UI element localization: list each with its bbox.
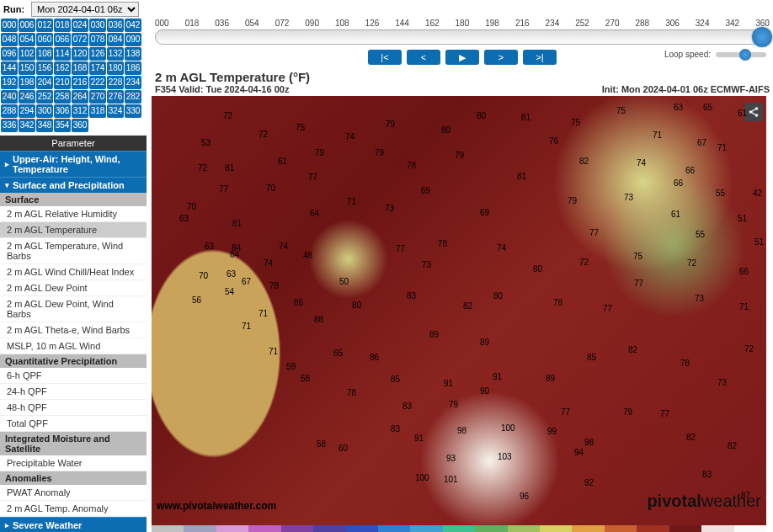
param-mslp[interactable]: MSLP, 10 m AGL Wind [0,338,147,354]
param-dp2m-wb[interactable]: 2 m AGL Dew Point, Wind Barbs [0,296,147,322]
fhour-054[interactable]: 054 [19,33,35,46]
param-rh2m[interactable]: 2 m AGL Relative Humidity [0,206,147,222]
param-pwat-anom[interactable]: PWAT Anomaly [0,485,147,501]
fhour-252[interactable]: 252 [36,90,53,104]
fhour-330[interactable]: 330 [125,104,141,118]
param-qpft[interactable]: Total QPF [0,416,147,432]
fhour-336[interactable]: 336 [1,119,18,132]
fhour-120[interactable]: 120 [72,47,88,61]
fhour-228[interactable]: 228 [107,76,124,89]
fhour-312[interactable]: 312 [72,104,88,118]
colorbar-swatch [281,525,313,532]
fhour-354[interactable]: 354 [54,119,71,132]
param-wc2m[interactable]: 2 m AGL Wind Chill/Heat Index [0,264,147,280]
fhour-144[interactable]: 144 [1,61,18,75]
fhour-138[interactable]: 138 [125,47,141,61]
fhour-270[interactable]: 270 [89,90,106,104]
fhour-150[interactable]: 150 [19,61,35,75]
fhour-078[interactable]: 078 [89,33,106,46]
category-surface-precip[interactable]: ▾ Surface and Precipitation [0,177,147,193]
fhour-156[interactable]: 156 [36,61,53,75]
fhour-264[interactable]: 264 [72,90,88,104]
fhour-360[interactable]: 360 [72,119,88,132]
category-upper-air[interactable]: ▸ Upper-Air: Height, Wind, Temperature [0,151,147,177]
param-dp2m[interactable]: 2 m AGL Dew Point [0,280,147,296]
fhour-258[interactable]: 258 [54,90,71,104]
fhour-162[interactable]: 162 [54,61,71,75]
fhour-036[interactable]: 036 [107,19,124,32]
next-button[interactable]: > [484,50,518,65]
fhour-246[interactable]: 246 [19,90,35,104]
fhour-024[interactable]: 024 [72,19,88,32]
fhour-210[interactable]: 210 [54,76,71,89]
fhour-180[interactable]: 180 [107,61,124,75]
temp-label: 82 [686,433,696,442]
fhour-132[interactable]: 132 [107,47,124,61]
category-severe[interactable]: ▸ Severe Weather [0,517,147,532]
fhour-114[interactable]: 114 [54,47,71,61]
param-qpf6[interactable]: 6-h QPF [0,368,147,384]
param-t2m-anom[interactable]: 2 m AGL Temp. Anomaly [0,501,147,517]
fhour-186[interactable]: 186 [125,61,141,75]
fhour-282[interactable]: 282 [125,90,141,104]
param-t2m-wb[interactable]: 2 m AGL Temperature, Wind Barbs [0,238,147,264]
loop-speed-slider[interactable] [716,52,766,57]
fhour-204[interactable]: 204 [36,76,53,89]
share-icon[interactable] [744,103,763,121]
fhour-096[interactable]: 096 [1,47,18,61]
temp-label: 66 [674,178,683,188]
fhour-000[interactable]: 000 [1,19,18,32]
fhour-198[interactable]: 198 [19,76,35,89]
fhour-324[interactable]: 324 [107,104,124,118]
temp-label: 53 [201,138,211,147]
fhour-090[interactable]: 090 [125,33,141,46]
fhour-060[interactable]: 060 [36,33,53,46]
param-t2m[interactable]: 2 m AGL Temperature [0,222,147,238]
prev-button[interactable]: < [407,50,440,65]
temp-label: 61 [738,109,747,118]
timeline-tick: 324 [696,19,710,28]
fhour-012[interactable]: 012 [36,19,53,32]
fhour-048[interactable]: 048 [1,33,18,46]
timeline-slider[interactable] [155,29,770,45]
last-button[interactable]: >| [523,50,557,65]
param-pwat[interactable]: Precipitable Water [0,455,147,471]
fhour-294[interactable]: 294 [19,104,35,118]
fhour-240[interactable]: 240 [1,90,18,104]
temp-label: 94 [574,448,584,457]
fhour-300[interactable]: 300 [36,104,53,118]
fhour-222[interactable]: 222 [89,76,106,89]
param-qpf24[interactable]: 24-h QPF [0,384,147,400]
fhour-126[interactable]: 126 [89,47,106,61]
fhour-102[interactable]: 102 [19,47,35,61]
temp-label: 93 [446,454,456,463]
fhour-084[interactable]: 084 [107,33,124,46]
fhour-216[interactable]: 216 [72,76,88,89]
fhour-072[interactable]: 072 [72,33,88,46]
fhour-306[interactable]: 306 [54,104,71,118]
fhour-276[interactable]: 276 [107,90,124,104]
fhour-348[interactable]: 348 [36,119,53,132]
fhour-042[interactable]: 042 [125,19,141,32]
fhour-006[interactable]: 006 [19,19,35,32]
temp-label: 74 [497,243,506,253]
run-select[interactable]: Mon 2024-04-01 06z [31,2,139,17]
fhour-192[interactable]: 192 [1,76,18,89]
timeline-tick: 018 [185,19,200,28]
fhour-288[interactable]: 288 [1,104,18,118]
fhour-168[interactable]: 168 [72,61,88,75]
fhour-318[interactable]: 318 [89,104,106,118]
fhour-108[interactable]: 108 [36,47,53,61]
loop-speed-thumb[interactable] [739,49,751,61]
fhour-066[interactable]: 066 [54,33,71,46]
fhour-030[interactable]: 030 [89,19,106,32]
fhour-234[interactable]: 234 [125,76,141,89]
param-te2m[interactable]: 2 m AGL Theta-e, Wind Barbs [0,322,147,338]
timeline-thumb[interactable] [752,27,772,47]
fhour-018[interactable]: 018 [54,19,71,32]
first-button[interactable]: |< [368,50,402,65]
play-button[interactable]: ▶ [445,50,479,65]
param-qpf48[interactable]: 48-h QPF [0,400,147,416]
fhour-342[interactable]: 342 [19,119,35,132]
fhour-174[interactable]: 174 [89,61,106,75]
